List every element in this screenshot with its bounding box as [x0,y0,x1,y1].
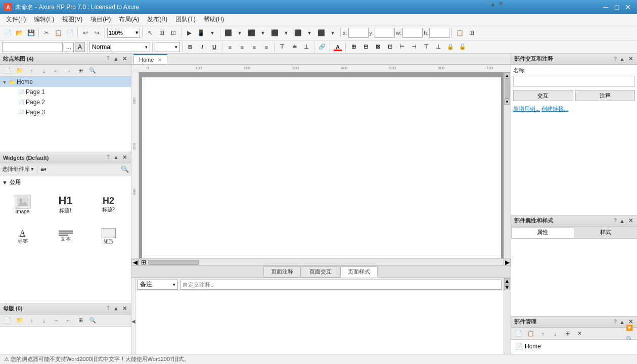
widgets-library-select[interactable]: 选择部件库 ▾ [2,165,34,173]
widget-style-format[interactable]: ⊢ [396,42,407,52]
canvas-surface[interactable] [142,77,501,258]
font-size-button[interactable]: A [75,42,85,52]
sitemap-item-page2[interactable]: 📄 Page 2 [0,97,131,107]
widget-style-unlock[interactable]: 🔓 [457,42,468,52]
sitemap-help-icon[interactable]: ? [106,55,111,63]
widgets-close-icon[interactable]: ✕ [121,154,128,161]
group-button[interactable]: ⬛ [292,27,303,38]
bottom-help-icon[interactable]: ? [485,1,488,7]
sitemap-close-icon[interactable]: ✕ [121,55,128,63]
comp-item-home[interactable]: 📄 Home [513,342,635,351]
group-dropdown[interactable]: ▾ [304,27,315,38]
scrollbar-track[interactable] [504,78,511,99]
menu-view[interactable]: 视图(V) [58,14,86,25]
bottom-tab-style[interactable]: 页面样式 [340,266,378,278]
italic-button[interactable]: I [197,42,208,52]
align-left-text[interactable]: ≡ [224,42,236,52]
comp-filter-button[interactable]: 🔽 [624,323,635,334]
menu-team[interactable]: 团队(T) [171,14,199,25]
align-center-text[interactable]: ≡ [237,42,248,52]
sitemap-duplicate[interactable]: ⊞ [75,65,86,76]
open-button[interactable]: 📂 [14,27,25,38]
coord-x-input[interactable] [348,28,369,38]
widgets-search-button[interactable]: 🔍 [121,165,129,173]
properties-close-icon[interactable]: ✕ [627,217,634,224]
redo-button[interactable]: ↪ [92,27,103,38]
bottom-tab-interact[interactable]: 页面交互 [302,266,339,278]
comp-new-button[interactable]: 📄 [513,328,524,339]
comp-up-button[interactable]: ↑ [537,328,549,339]
masters-up-button[interactable]: ↑ [26,315,37,326]
bold-button[interactable]: B [185,42,196,52]
bottom-expand-icon[interactable]: ▲ [489,1,497,8]
masters-exclude[interactable]: ← [63,315,74,326]
notes-custom-input[interactable] [180,280,502,290]
scroll-right-button[interactable]: ▶ [504,259,511,266]
comp-delete[interactable]: ✕ [574,328,585,339]
menu-help[interactable]: 帮助(H) [200,14,229,25]
masters-duplicate[interactable]: ⊞ [75,315,86,326]
masters-search[interactable]: 🔍 [87,315,98,326]
widgets-help-icon[interactable]: ? [106,154,111,161]
preview-button[interactable]: ▶ [184,27,195,38]
notes-scrollbar-down[interactable]: ▼ [504,284,510,290]
home-expand-icon[interactable]: ▼ [2,79,8,85]
undo-button[interactable]: ↩ [80,27,91,38]
properties-tab-attr[interactable]: 属性 [511,227,574,238]
distribute-h[interactable]: ⬛ [246,27,257,38]
canvas-tab-home-close[interactable]: ✕ [158,57,162,63]
component-help-icon[interactable]: ? [614,319,617,325]
widget-rect[interactable]: 矩形 [88,221,129,252]
paste-button[interactable]: 📄 [64,27,75,38]
notes-type-select[interactable]: 备注 ▾ [138,280,178,290]
cut-button[interactable]: ✂ [41,27,52,38]
sitemap-item-page1[interactable]: 📄 Page 1 [0,87,131,97]
section-expand-icon[interactable]: ▼ [2,179,8,186]
bottom-panel-left-toggle[interactable]: ◀ [131,278,135,364]
menu-edit[interactable]: 编辑(E) [30,14,58,25]
sitemap-move-down[interactable]: ↓ [38,65,50,76]
menu-file[interactable]: 文件(F) [2,14,30,25]
link-button[interactable]: 🔗 [316,42,328,52]
coord-y-input[interactable] [375,28,395,38]
copy-button[interactable]: 📋 [53,27,64,38]
widget-style-x2[interactable]: ⊣ [408,42,420,52]
widget-text-p[interactable]: 文本 [45,221,86,252]
minimize-button[interactable]: ─ [601,2,611,12]
canvas-scrollbar-v[interactable]: ▲ ▼ [504,72,511,258]
interaction-add-case[interactable]: 新增用例... [513,106,540,112]
widget-style-x4[interactable]: ⊥ [433,42,444,52]
interaction-help-icon[interactable]: ? [614,56,617,62]
masters-new-folder[interactable]: 📁 [14,315,25,326]
interaction-interact-button[interactable]: 交互 [513,90,573,101]
order-button[interactable]: ⬛ [269,27,280,38]
h-scrollbar-track[interactable] [149,259,504,265]
widget-h1[interactable]: H1 标题1 [45,189,86,219]
style-select-combo[interactable]: Normal ▾ [89,42,150,52]
align-dropdown[interactable]: ▾ [234,27,245,38]
widget-text-a[interactable]: A 标签 [2,221,43,252]
text-valign-bot[interactable]: ⊥ [301,42,312,52]
h-scrollbar-thumb[interactable] [149,260,199,265]
font-color-button[interactable]: A [332,42,343,52]
text-valign-mid[interactable]: ≐ [289,42,300,52]
widget-style-more[interactable]: ⊡ [384,42,395,52]
scrollbar-down-button[interactable]: ▼ [504,99,510,105]
sitemap-search[interactable]: 🔍 [87,65,98,76]
widget-h2[interactable]: H2 标题2 [88,189,129,219]
lock-button[interactable]: ⬛ [315,27,327,38]
page-notes-button[interactable]: 📋 [454,27,465,38]
masters-help-icon[interactable]: ? [106,305,111,312]
comp-down-button[interactable]: ↓ [550,328,561,339]
select-button[interactable]: ↖ [145,27,156,38]
distribute-dropdown[interactable]: ▾ [257,27,268,38]
masters-expand-icon[interactable]: ▲ [112,305,120,312]
underline-button[interactable]: U [209,42,220,52]
interaction-name-input[interactable] [513,76,635,87]
align-left[interactable]: ⬛ [222,27,234,38]
bottom-close-icon[interactable]: ✕ [497,0,504,8]
widgets-menu-button[interactable]: ≡ ▾ [40,166,47,173]
sitemap-add-folder[interactable]: 📁 [14,65,25,76]
size-w-input[interactable] [402,28,423,38]
widget-style-clear[interactable]: ⊠ [372,42,383,52]
